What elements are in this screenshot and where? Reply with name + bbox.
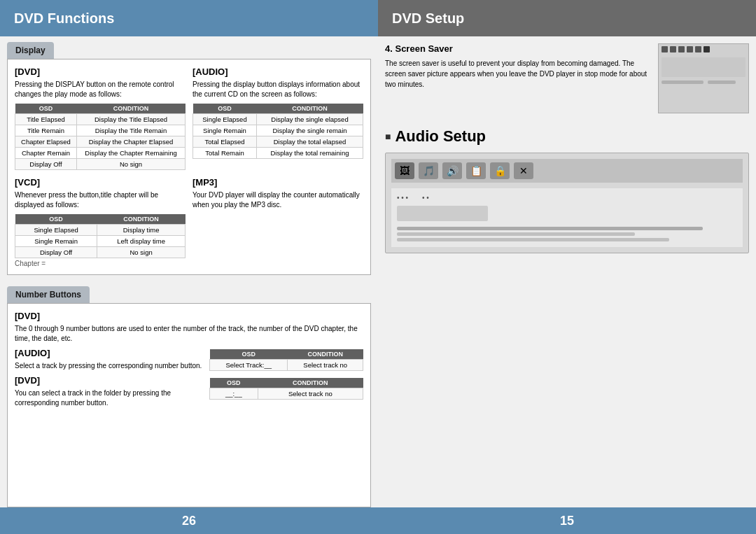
table-cell: No sign bbox=[77, 159, 186, 170]
table-cell: Chapter Remain bbox=[15, 148, 77, 159]
vcd-col: [VCD] Whenever press the button,title ch… bbox=[15, 177, 186, 267]
audio-text: Pressing the display button displays inf… bbox=[192, 80, 363, 99]
vcd-osd-header: OSD bbox=[15, 214, 97, 225]
mock-audio-screen: 🖼 🎵 🔊 📋 🔒 ✕ • • • • • bbox=[385, 153, 749, 253]
table-cell: Single Elapsed bbox=[15, 225, 97, 236]
audio-num-condition-header: CONDITION bbox=[288, 349, 363, 360]
num-dvd-heading: [DVD] bbox=[15, 311, 363, 321]
mock-icon-4 bbox=[687, 46, 693, 52]
num-inner: [AUDIO] Select a track by pressing the c… bbox=[15, 348, 363, 412]
mp3-text: Your DVD player will display the counter… bbox=[192, 190, 363, 210]
display-two-col: [DVD] Pressing the DISPLAY button on the… bbox=[15, 66, 363, 170]
vcd-condition-header: CONDITION bbox=[97, 214, 186, 225]
mock-icon-1 bbox=[662, 46, 668, 52]
table-cell: Display the total elapsed bbox=[256, 136, 363, 148]
audio-num-osd-table: OSD CONDITION Select Track:__Select trac… bbox=[209, 349, 363, 371]
table-cell: Select Track:__ bbox=[210, 360, 288, 371]
dvd-col: [DVD] Pressing the DISPLAY button on the… bbox=[15, 66, 186, 170]
mock-icon-6 bbox=[704, 46, 710, 52]
mock-audio-toolbar: 🖼 🎵 🔊 📋 🔒 ✕ bbox=[391, 159, 743, 183]
mock-audio-body: • • • • • bbox=[391, 188, 743, 247]
table-cell: Total Elapsed bbox=[193, 136, 257, 148]
right-page-number: 15 bbox=[560, 514, 574, 528]
mock-content-lines bbox=[662, 80, 746, 84]
screen-saver-body: The screen saver is useful to prevent yo… bbox=[385, 58, 651, 90]
small-table-wrap: OSD CONDITION Select Track:__Select trac… bbox=[209, 348, 363, 400]
table-cell: Display the total remaining bbox=[256, 148, 363, 159]
table-cell: Title Remain bbox=[15, 125, 77, 136]
mock-progress-bar-2 bbox=[397, 232, 635, 236]
audio-heading: [AUDIO] bbox=[192, 66, 363, 77]
mock-audio-icon-sound: 🔊 bbox=[442, 162, 462, 179]
table-cell: Display the Title Elapsed bbox=[77, 114, 186, 125]
dvd2-num-osd-header: OSD bbox=[210, 378, 258, 388]
right-panel: DVD Setup 4. Screen Saver The screen sav… bbox=[378, 0, 756, 534]
screen-saver-text-area: 4. Screen Saver The screen saver is usef… bbox=[385, 43, 651, 113]
table-cell: No sign bbox=[97, 247, 186, 258]
mock-audio-row-1: • • • • • bbox=[397, 194, 737, 202]
table-cell: Display the Chapter Remaining bbox=[77, 148, 186, 159]
mock-screen-body bbox=[659, 55, 748, 87]
table-cell: Select track no bbox=[288, 360, 363, 371]
num-dvd2-heading: [DVD] bbox=[15, 375, 202, 386]
num-audio-heading: [AUDIO] bbox=[15, 348, 202, 358]
num-audio-text: Select a track by pressing the correspon… bbox=[15, 361, 202, 371]
vcd-mp3-row: [VCD] Whenever press the button,title ch… bbox=[15, 177, 363, 267]
mock-icon-2 bbox=[670, 46, 676, 52]
left-content: Display [DVD] Pressing the DISPLAY butto… bbox=[0, 36, 378, 507]
num-right: OSD CONDITION Select Track:__Select trac… bbox=[209, 348, 363, 412]
mock-selected-bar bbox=[397, 206, 488, 221]
left-panel: DVD Functions Display [DVD] Pressing the… bbox=[0, 0, 378, 534]
dvd-text: Pressing the DISPLAY button on the remot… bbox=[15, 80, 186, 99]
num-dvd2-text: You can select a track in the folder by … bbox=[15, 388, 202, 408]
screen-saver-section: 4. Screen Saver The screen saver is usef… bbox=[385, 43, 749, 113]
dvd-osd-header: OSD bbox=[15, 104, 77, 114]
left-header: DVD Functions bbox=[0, 0, 378, 36]
left-title: DVD Functions bbox=[14, 10, 114, 27]
table-cell: Single Elapsed bbox=[193, 114, 257, 125]
display-tab-label: Display bbox=[7, 42, 54, 59]
table-cell: Display the Title Remain bbox=[77, 125, 186, 136]
table-cell: Display the single elapsed bbox=[256, 114, 363, 125]
table-cell: Select track no bbox=[258, 388, 363, 400]
right-header: DVD Setup bbox=[378, 0, 756, 36]
mock-line-2 bbox=[708, 80, 736, 84]
mock-audio-icon-close: ✕ bbox=[514, 162, 533, 179]
mock-audio-icon-lock: 🔒 bbox=[490, 162, 510, 179]
screen-saver-title: 4. Screen Saver bbox=[385, 43, 651, 54]
mock-content-block bbox=[662, 57, 746, 77]
table-cell: Title Elapsed bbox=[15, 114, 77, 125]
audio-setup-title: Audio Setup bbox=[385, 127, 749, 146]
table-cell: Single Remain bbox=[193, 125, 257, 136]
table-cell: Display the single remain bbox=[256, 125, 363, 136]
number-buttons-section-box: [DVD] The 0 through 9 number buttons are… bbox=[7, 303, 371, 507]
num-dvd-text: The 0 through 9 number buttons are used … bbox=[15, 324, 363, 344]
table-cell: Chapter Elapsed bbox=[15, 136, 77, 148]
mock-audio-icon-music: 🎵 bbox=[419, 162, 438, 179]
table-cell: Display time bbox=[97, 225, 186, 236]
display-tab: Display bbox=[0, 36, 378, 59]
vcd-text: Whenever press the button,title chapter … bbox=[15, 190, 186, 210]
table-cell: Left display time bbox=[97, 236, 186, 247]
audio-col: [AUDIO] Pressing the display button disp… bbox=[192, 66, 363, 170]
audio-num-osd-header: OSD bbox=[210, 349, 288, 360]
audio-osd-header: OSD bbox=[193, 104, 257, 114]
dvd-condition-header: CONDITION bbox=[77, 104, 186, 114]
dvd2-num-condition-header: CONDITION bbox=[258, 378, 363, 388]
mock-progress-bar-1 bbox=[397, 227, 703, 230]
table-cell: Display Off bbox=[15, 247, 97, 258]
table-cell: Display the Chapter Elapsed bbox=[77, 136, 186, 148]
table-cell: Total Remain bbox=[193, 148, 257, 159]
dvd2-num-osd-table: OSD CONDITION __:__Select track no bbox=[209, 378, 363, 400]
mock-icon-5 bbox=[695, 46, 701, 52]
num-left: [AUDIO] Select a track by pressing the c… bbox=[15, 348, 202, 412]
dvd-osd-table: OSD CONDITION Title ElapsedDisplay the T… bbox=[15, 104, 186, 170]
table-cell: Display Off bbox=[15, 159, 77, 170]
dvd-heading: [DVD] bbox=[15, 66, 186, 77]
table-cell: __:__ bbox=[210, 388, 258, 400]
mock-progress-bar-3 bbox=[397, 238, 669, 241]
mock-screen-image bbox=[658, 43, 749, 113]
vcd-osd-table: OSD CONDITION Single ElapsedDisplay time… bbox=[15, 214, 186, 258]
mock-toolbar bbox=[659, 44, 748, 55]
audio-condition-header: CONDITION bbox=[256, 104, 363, 114]
